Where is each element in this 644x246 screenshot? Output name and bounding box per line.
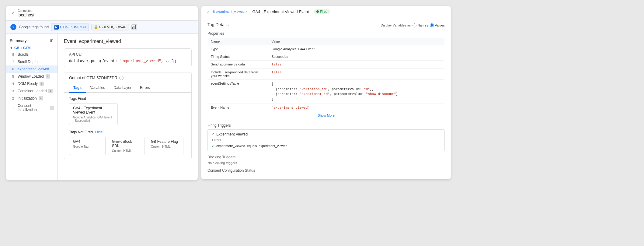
sidebar-item-window-loaded[interactable]: 5 Window Loaded i (6, 73, 57, 80)
panel-body: Summary 🗑 ▼ GB + GTM 8 Scrolls 7 Scroll … (6, 34, 198, 180)
prop-value-ecommerce: false (269, 61, 445, 69)
table-row-firing-status: Firing Status Succeeded (208, 53, 445, 61)
not-fired-sub-growthbook: Custom HTML (112, 149, 141, 153)
not-fired-card-gb-feature[interactable]: GB Feature Flag Custom HTML (147, 137, 183, 155)
tags-fired-label: Tags Fired (69, 97, 186, 101)
table-row-user-data: Include user-provided data from your web… (208, 69, 445, 80)
item-num-1: 1 (12, 106, 16, 110)
sidebar-item-dom-ready[interactable]: 4 DOM Ready i (6, 80, 57, 87)
close-button[interactable]: × (10, 11, 15, 16)
table-row-type: Type Google Analytics: GA4 Event (208, 45, 445, 53)
fired-tag-card[interactable]: GA4 - Experiment Viewed Event Google Ana… (69, 103, 118, 125)
code-string: "experiment_viewed" (120, 59, 161, 63)
delete-icon[interactable]: 🗑 (50, 38, 54, 43)
chart-icon[interactable] (131, 24, 137, 30)
sidebar-item-scroll-depth[interactable]: 7 Scroll Depth (6, 58, 57, 65)
false-val-user-data: false (272, 70, 282, 74)
prop-name-firing-status: Firing Status (208, 53, 269, 61)
item-badge-5: i (46, 74, 50, 79)
prop-name-event-settings: eventSettingsTable (208, 80, 269, 104)
not-fired-name-ga4: GA4 (73, 139, 102, 144)
event-name-val: "experiment_viewed" (272, 106, 310, 110)
prop-name-ecommerce: Send Ecommerce data (208, 61, 269, 69)
event-settings-code: [ {parameter: "variation_id", parameterV… (272, 82, 442, 102)
code-key-variation: "variation_id" (300, 87, 328, 91)
item-num-7: 7 (12, 60, 16, 64)
code-key-variation-val: "0" (364, 87, 370, 91)
tab-data-layer[interactable]: Data Layer (109, 83, 136, 93)
not-fired-card-ga4[interactable]: GA4 Google Tag (69, 137, 106, 155)
radio-values[interactable]: Values (430, 23, 445, 27)
panel-header: × Connected localhost (6, 6, 198, 21)
gtm-tag-label: GTM-5ZDNFZDR (60, 25, 86, 29)
fired-tag-name: GA4 - Experiment Viewed Event (73, 106, 114, 114)
hide-link[interactable]: Hide (95, 130, 103, 134)
item-badge-3: i (48, 89, 53, 93)
trigger-name-label: Experiment Viewed (216, 132, 248, 136)
sidebar-group-gb-gtm[interactable]: ▼ GB + GTM (6, 45, 57, 51)
radio-names-input[interactable] (413, 23, 416, 27)
show-more[interactable]: Show More (207, 112, 445, 119)
tabs-row: Tags Variables Data Layer Errors (64, 83, 191, 93)
blocking-triggers-label: Blocking Triggers (207, 155, 445, 159)
gtm-tag-button[interactable]: ▶ GTM-5ZDNFZDR (51, 23, 89, 31)
event-title: Event: experiment_viewed (64, 39, 192, 44)
svg-rect-2 (135, 25, 136, 29)
info-icon[interactable]: ? (119, 76, 124, 80)
right-close-button[interactable]: × (206, 9, 211, 14)
table-row-event-name: Event Name "experiment_viewed" (208, 104, 445, 112)
sidebar-item-consent-init[interactable]: 1 Consent Initialization i (6, 102, 57, 114)
not-fired-name-gb-feature: GB Feature Flag (151, 139, 179, 144)
left-panel: × Connected localhost 2 Google tags foun… (6, 6, 198, 180)
firing-triggers-section: Firing Triggers ✓ Experiment Viewed Filt… (207, 123, 445, 151)
prop-name-event-name: Event Name (208, 104, 269, 112)
radio-names[interactable]: Names (413, 23, 428, 27)
tags-not-fired-row: Tags Not Fired Hide (69, 130, 186, 134)
ga-tag-button[interactable]: 🔒 G-BLMDQ0QW4E (91, 24, 129, 30)
sidebar-item-container-loaded[interactable]: 3 Container Loaded i (6, 87, 57, 95)
right-title-row: Tag Details Display Variables as Names V… (207, 22, 445, 28)
breadcrumb[interactable]: 6 experiment_viewed > (213, 10, 247, 13)
fired-label: Fired (320, 10, 328, 13)
tab-errors[interactable]: Errors (136, 83, 154, 93)
filter-check-icon: ✓ (211, 144, 214, 148)
not-fired-sub-gb-feature: Custom HTML (151, 145, 179, 148)
prop-value-user-data: false (269, 69, 445, 80)
api-call-label: API Call (69, 52, 186, 57)
filter-right: experiment_viewed (259, 144, 287, 148)
names-label: Names (417, 23, 428, 27)
connection-info: Connected localhost (18, 9, 34, 17)
display-vars: Display Variables as Names Values (381, 23, 445, 27)
prop-name-type: Type (208, 45, 269, 53)
summary-label: Summary (10, 38, 27, 43)
tags-section: Tags Fired GA4 - Experiment Viewed Event… (64, 93, 191, 159)
trigger-name: ✓ Experiment Viewed (211, 132, 441, 136)
radio-values-input[interactable] (430, 23, 434, 27)
no-blocking: No blocking triggers (207, 161, 445, 165)
sidebar-container-loaded-label: Container Loaded (18, 89, 47, 93)
consent-config-label: Consent Configuration Status (207, 168, 445, 173)
check-green-icon: ✓ (211, 132, 214, 136)
lock-icon: 🔒 (94, 25, 98, 29)
trigger-card: ✓ Experiment Viewed Filters ✓ experiment… (207, 129, 445, 151)
chevron-down-icon: ▼ (10, 46, 13, 50)
svg-rect-1 (134, 26, 134, 29)
table-header-value: Value (269, 38, 445, 45)
tab-tags[interactable]: Tags (69, 83, 86, 93)
item-badge-4: i (40, 82, 44, 86)
filter-operator: equals (247, 144, 257, 148)
sidebar-item-initialization[interactable]: 2 Initialization i (6, 95, 57, 102)
code-key-experiment-val: "show-discount" (366, 92, 396, 96)
table-row-ecommerce: Send Ecommerce data false (208, 61, 445, 69)
group-label: GB + GTM (14, 46, 30, 50)
sidebar-item-experiment-viewed[interactable]: 6 experiment_viewed (6, 65, 57, 73)
prop-value-type: Google Analytics: GA4 Event (269, 45, 445, 53)
tags-bar: 2 Google tags found ▶ GTM-5ZDNFZDR 🔒 G-B… (6, 21, 198, 34)
sidebar-experiment-label: experiment_viewed (18, 67, 49, 71)
not-fired-name-growthbook: GrowthBook SDK (112, 139, 141, 148)
tab-variables[interactable]: Variables (86, 83, 109, 93)
sidebar-scroll-depth-label: Scroll Depth (18, 60, 37, 64)
item-num-2: 2 (12, 97, 16, 100)
not-fired-card-growthbook[interactable]: GrowthBook SDK Custom HTML (108, 137, 144, 155)
sidebar-item-scrolls[interactable]: 8 Scrolls (6, 51, 57, 58)
